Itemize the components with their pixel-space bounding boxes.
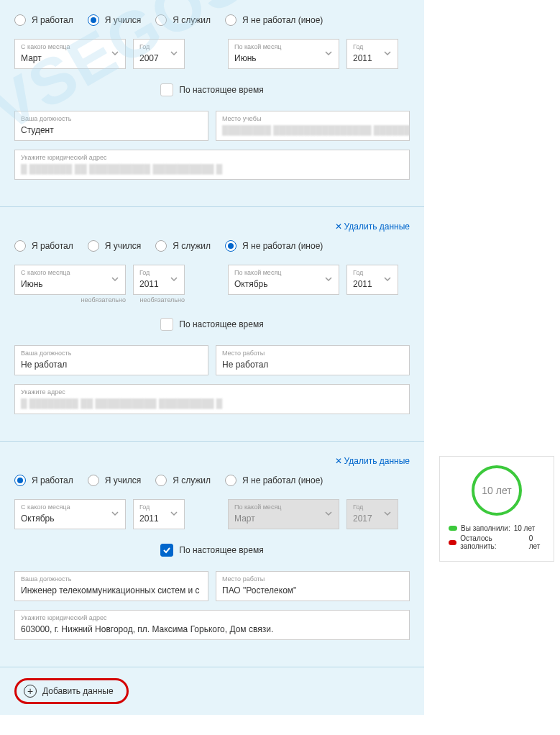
present-checkbox-row[interactable]: По настоящее время: [14, 544, 410, 557]
radio-label: Я работал: [32, 475, 73, 485]
select-value: Октябрь: [234, 279, 268, 289]
chevron-down-icon: [324, 273, 333, 286]
progress-circle: 10 лет: [472, 465, 522, 516]
date-row: С какого месяца Октябрь Год 2011 По како…: [14, 499, 410, 529]
present-checkbox-row[interactable]: По настоящее время: [14, 318, 410, 331]
delete-data-link[interactable]: ✕Удалить данные: [14, 456, 410, 466]
delete-data-link[interactable]: ✕Удалить данные: [14, 222, 410, 232]
checkbox-icon: [160, 318, 173, 331]
radio-icon: [88, 240, 99, 252]
address-field[interactable]: Укажите юридический адрес 603000, г. Ниж…: [14, 610, 410, 640]
radio-icon: [155, 240, 167, 252]
position-place-row: Ваша должность Инженер телекоммуникацион…: [14, 571, 410, 601]
from-year-select[interactable]: Год 2011: [133, 499, 185, 529]
chevron-down-icon: [170, 508, 178, 521]
to-month-select[interactable]: По какой месяц Октябрь: [228, 265, 339, 295]
to-year-select[interactable]: Год 2011: [346, 265, 398, 295]
address-field[interactable]: Укажите юридический адрес █ ███████ ██ █…: [14, 150, 410, 180]
position-field[interactable]: Ваша должность Студент: [14, 111, 208, 141]
chevron-down-icon: [111, 47, 119, 60]
radio-not-worked[interactable]: Я не работал (иное): [225, 475, 323, 486]
radio-served[interactable]: Я служил: [155, 240, 211, 252]
field-value: ПАО "Ростелеком": [222, 585, 296, 595]
plus-icon: +: [24, 685, 37, 698]
position-field[interactable]: Ваша должность Инженер телекоммуникацион…: [14, 571, 208, 601]
field-label: Укажите юридический адрес: [21, 153, 403, 162]
place-field[interactable]: Место работы ПАО "Ростелеком": [216, 571, 410, 601]
place-field[interactable]: Место учебы ████████ ████████████████ ██…: [216, 111, 410, 141]
radio-label: Я учился: [105, 15, 141, 25]
radio-icon: [88, 14, 99, 26]
select-label: С какого месяца: [21, 268, 119, 277]
field-label: Укажите адрес: [21, 388, 403, 396]
add-data-button[interactable]: + Добавить данные: [14, 678, 129, 704]
from-year-select[interactable]: Год 2011: [133, 265, 185, 295]
select-label: По какой месяц: [234, 503, 333, 511]
position-field[interactable]: Ваша должность Не работал: [14, 345, 208, 375]
select-value: Март: [21, 53, 42, 63]
select-value: 2011: [139, 513, 159, 524]
checkbox-label: По настоящее время: [179, 545, 263, 555]
radio-icon: [225, 475, 237, 486]
field-value: █ ███████ ██ ██████████ ██████████ █: [21, 164, 222, 174]
present-checkbox-row[interactable]: По настоящее время: [14, 83, 410, 96]
address-row: Укажите адрес █ ████████ ██ ██████████ █…: [14, 384, 410, 414]
form-area: Я работал Я учился Я служил Я не работал…: [0, 0, 424, 715]
field-label: Место работы: [222, 349, 403, 357]
pill-icon: [449, 526, 457, 531]
close-icon: ✕: [335, 222, 342, 232]
chevron-down-icon: [170, 273, 178, 286]
legend-value: 10 лет: [514, 524, 536, 532]
radio-not-worked[interactable]: Я не работал (иное): [225, 14, 323, 26]
status-radio-group: Я работал Я учился Я служил Я не работал…: [14, 240, 410, 252]
chevron-down-icon: [383, 273, 392, 286]
to-month-select[interactable]: По какой месяц Июнь: [228, 39, 339, 69]
select-value: 2011: [139, 279, 159, 289]
radio-studied[interactable]: Я учился: [88, 14, 141, 26]
field-value: 603000, г. Нижний Новгород, пл. Максима …: [21, 624, 273, 634]
place-field[interactable]: Место работы Не работал: [216, 345, 410, 375]
to-year-select[interactable]: Год 2011: [346, 39, 398, 69]
position-place-row: Ваша должность Студент Место учебы █████…: [14, 111, 410, 141]
select-label: С какого месяца: [21, 42, 119, 51]
legend-filled: Вы заполнили:10 лет: [449, 524, 545, 532]
radio-served[interactable]: Я служил: [155, 14, 211, 26]
from-month-select[interactable]: С какого месяца Июнь: [14, 265, 126, 295]
radio-label: Я работал: [32, 15, 73, 25]
from-month-select[interactable]: С какого месяца Октябрь: [14, 499, 126, 529]
checkbox-icon: [160, 83, 173, 96]
chevron-down-icon: [383, 47, 392, 60]
radio-not-worked[interactable]: Я не работал (иное): [225, 240, 323, 252]
select-value: Июнь: [234, 53, 257, 63]
radio-worked[interactable]: Я работал: [14, 14, 73, 26]
date-row: С какого месяца Март Год 2007 По какой м…: [14, 39, 410, 69]
address-field[interactable]: Укажите адрес █ ████████ ██ ██████████ █…: [14, 384, 410, 414]
radio-label: Я не работал (иное): [242, 15, 323, 25]
chevron-down-icon: [111, 508, 119, 521]
radio-worked[interactable]: Я работал: [14, 475, 73, 486]
radio-label: Я не работал (иное): [242, 475, 323, 485]
chevron-down-icon: [383, 508, 392, 521]
field-value: Не работал: [21, 360, 67, 370]
select-value: 2017: [353, 513, 372, 524]
radio-icon: [155, 475, 167, 486]
radio-icon: [14, 14, 26, 26]
radio-studied[interactable]: Я учился: [88, 475, 141, 486]
position-place-row: Ваша должность Не работал Место работы Н…: [14, 345, 410, 375]
to-month-select: По какой месяц Март: [228, 499, 339, 529]
radio-studied[interactable]: Я учился: [88, 240, 141, 252]
field-label: Ваша должность: [21, 575, 202, 583]
from-month-select[interactable]: С какого месяца Март: [14, 39, 126, 69]
radio-worked[interactable]: Я работал: [14, 240, 73, 252]
address-row: Укажите юридический адрес █ ███████ ██ █…: [14, 150, 410, 180]
field-label: Ваша должность: [21, 349, 202, 357]
radio-served[interactable]: Я служил: [155, 475, 211, 486]
from-year-select[interactable]: Год 2007: [133, 39, 185, 69]
radio-label: Я учился: [105, 241, 141, 251]
chevron-down-icon: [324, 508, 333, 521]
pill-icon: [449, 540, 456, 545]
select-value: 2007: [139, 53, 159, 63]
radio-label: Я служил: [173, 15, 211, 25]
radio-label: Я не работал (иное): [242, 241, 323, 251]
legend-value: 0 лет: [529, 534, 545, 550]
